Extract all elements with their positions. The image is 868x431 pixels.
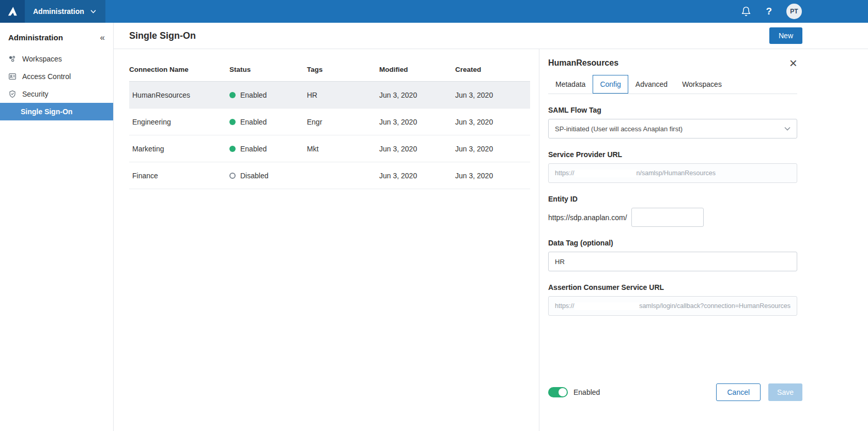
cell-created: Jun 3, 2020: [455, 172, 530, 180]
cell-modified: Jun 3, 2020: [379, 91, 455, 99]
table-row[interactable]: Engineering Enabled Engr Jun 3, 2020 Jun…: [129, 109, 530, 135]
entity-id-label: Entity ID: [548, 195, 797, 203]
cell-status: Enabled: [229, 91, 307, 99]
sidebar-title: Administration: [8, 33, 63, 42]
acs-url-label: Assertion Consumer Service URL: [548, 283, 797, 291]
column-header-status: Status: [229, 66, 307, 73]
page-header: Single Sign-On New: [114, 23, 868, 49]
sidebar-item-access-control[interactable]: Access Control: [0, 68, 113, 85]
table-row[interactable]: Marketing Enabled Mkt Jun 3, 2020 Jun 3,…: [129, 135, 530, 162]
saml-flow-tag-label: SAML Flow Tag: [548, 106, 797, 114]
cell-status: Enabled: [229, 145, 307, 153]
chevron-down-icon: [784, 127, 791, 131]
sidebar-item-single-sign-on[interactable]: Single Sign-On: [0, 103, 113, 120]
help-button[interactable]: ?: [766, 6, 772, 17]
tab-workspaces[interactable]: Workspaces: [675, 75, 729, 94]
panel-footer: Enabled Cancel Save: [548, 383, 802, 401]
tab-config[interactable]: Config: [593, 75, 628, 94]
status-label: Enabled: [240, 118, 267, 126]
help-icon: ?: [766, 6, 772, 17]
enabled-toggle[interactable]: [548, 387, 568, 397]
cell-connection-name: HumanResources: [129, 91, 229, 99]
new-button[interactable]: New: [769, 27, 802, 44]
topbar: Administration ? PT: [0, 0, 868, 23]
cell-status: Enabled: [229, 118, 307, 126]
sidebar-header: Administration «: [0, 23, 113, 50]
entity-id-prefix: https://sdp.anaplan.com/: [548, 213, 627, 222]
tab-advanced[interactable]: Advanced: [628, 75, 675, 94]
detail-panel: HumanResources × Metadata Config Advance…: [539, 49, 868, 431]
sidebar-item-workspaces[interactable]: Workspaces: [0, 50, 113, 68]
table-row[interactable]: Finance Disabled Jun 3, 2020 Jun 3, 2020: [129, 162, 530, 189]
cancel-button[interactable]: Cancel: [716, 383, 761, 401]
panel-tabs: Metadata Config Advanced Workspaces: [548, 75, 797, 94]
workspaces-icon: [8, 55, 17, 63]
url-visible-suffix: n/samlsp/HumanResources: [637, 170, 716, 177]
cell-created: Jun 3, 2020: [455, 91, 530, 99]
avatar-initials: PT: [790, 8, 798, 15]
sidebar-item-label: Security: [22, 90, 49, 98]
status-enabled-dot: [229, 146, 236, 152]
toggle-knob: [559, 388, 567, 396]
saml-flow-tag-selected-value: SP-initiated (User will access Anaplan f…: [555, 125, 683, 133]
entity-id-input[interactable]: [631, 208, 704, 227]
notifications-button[interactable]: [741, 6, 751, 17]
cell-connection-name: Engineering: [129, 118, 229, 126]
cell-modified: Jun 3, 2020: [379, 145, 455, 153]
chevron-down-icon: [90, 10, 96, 13]
access-control-icon: [8, 72, 17, 81]
status-disabled-dot: [229, 173, 236, 179]
table-row[interactable]: HumanResources Enabled HR Jun 3, 2020 Ju…: [129, 82, 530, 109]
sidebar-collapse-button[interactable]: «: [100, 33, 105, 42]
administration-menu[interactable]: Administration: [25, 0, 105, 23]
panel-title: HumanResources: [548, 58, 618, 68]
status-label: Disabled: [240, 172, 268, 180]
acs-url-input: https:// samlsp/login/callback?connectio…: [548, 296, 797, 316]
cell-created: Jun 3, 2020: [455, 145, 530, 153]
column-header-tags: Tags: [307, 66, 379, 73]
column-header-modified: Modified: [379, 66, 455, 73]
page-title: Single Sign-On: [129, 30, 196, 41]
data-tag-input[interactable]: [548, 252, 797, 271]
anaplan-logo[interactable]: [0, 0, 25, 23]
administration-menu-label: Administration: [33, 7, 84, 16]
sidebar-item-label: Workspaces: [22, 55, 62, 63]
close-icon[interactable]: ×: [789, 58, 797, 68]
column-header-connection-name: Connection Name: [129, 66, 229, 73]
saml-flow-tag-select[interactable]: SP-initiated (User will access Anaplan f…: [548, 119, 797, 138]
sidebar-item-label: Single Sign-On: [21, 107, 72, 116]
service-provider-url-label: Service Provider URL: [548, 150, 797, 159]
status-enabled-dot: [229, 92, 236, 98]
cell-connection-name: Finance: [129, 172, 229, 180]
redacted-url-segment: [575, 302, 640, 310]
redacted-url-segment: [575, 170, 637, 177]
status-enabled-dot: [229, 119, 236, 125]
shield-icon: [8, 90, 17, 98]
status-label: Enabled: [240, 91, 267, 99]
url-visible-suffix: samlsp/login/callback?connection=HumanRe…: [639, 302, 791, 310]
cell-connection-name: Marketing: [129, 145, 229, 153]
main-content: Single Sign-On New Connection Name Statu…: [114, 23, 868, 431]
sidebar-item-security[interactable]: Security: [0, 85, 113, 103]
enabled-toggle-label: Enabled: [574, 388, 600, 396]
table-header-row: Connection Name Status Tags Modified Cre…: [129, 60, 530, 82]
sidebar: Administration « Workspaces Access Contr…: [0, 23, 114, 431]
save-button[interactable]: Save: [768, 383, 802, 401]
anaplan-logo-icon: [7, 6, 18, 17]
cell-tags: Mkt: [307, 145, 379, 153]
connections-table: Connection Name Status Tags Modified Cre…: [114, 49, 539, 431]
cell-modified: Jun 3, 2020: [379, 172, 455, 180]
avatar[interactable]: PT: [786, 4, 802, 19]
cell-status: Disabled: [229, 172, 307, 180]
url-visible-prefix: https://: [555, 302, 575, 310]
service-provider-url-input: https:// n/samlsp/HumanResources: [548, 163, 797, 183]
cell-tags: Engr: [307, 118, 379, 126]
url-visible-prefix: https://: [555, 170, 575, 177]
topbar-right: ? PT: [741, 4, 868, 19]
status-label: Enabled: [240, 145, 267, 153]
data-tag-label: Data Tag (optional): [548, 239, 797, 247]
column-header-created: Created: [455, 66, 530, 73]
tab-metadata[interactable]: Metadata: [548, 75, 593, 94]
cell-tags: HR: [307, 91, 379, 99]
sidebar-item-label: Access Control: [22, 72, 71, 81]
